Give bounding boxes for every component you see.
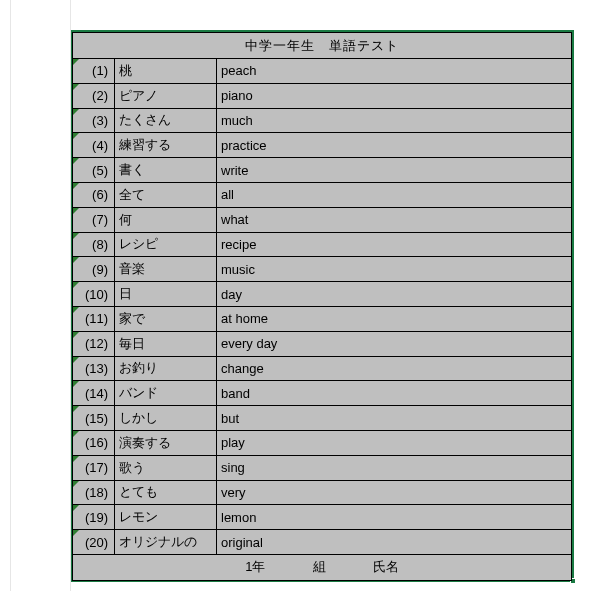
english-word[interactable]: very <box>217 480 572 505</box>
spreadsheet-area[interactable]: 中学一年生 単語テスト (1)桃peach(2)ピアノpiano(3)たくさんm… <box>0 0 606 591</box>
row-number[interactable]: (2) <box>73 83 115 108</box>
left-gutter <box>0 0 71 591</box>
japanese-word[interactable]: 歌う <box>115 455 217 480</box>
footer-grade: 1年 <box>245 558 265 576</box>
table-row: (10)日day <box>73 282 572 307</box>
error-indicator-icon <box>73 158 79 164</box>
table-row: (19)レモンlemon <box>73 505 572 530</box>
english-word[interactable]: sing <box>217 455 572 480</box>
row-number[interactable]: (10) <box>73 282 115 307</box>
vocab-table[interactable]: 中学一年生 単語テスト (1)桃peach(2)ピアノpiano(3)たくさんm… <box>72 32 572 581</box>
row-number[interactable]: (3) <box>73 108 115 133</box>
english-word[interactable]: write <box>217 158 572 183</box>
japanese-word[interactable]: 全て <box>115 182 217 207</box>
error-indicator-icon <box>73 406 79 412</box>
table-row: (17)歌うsing <box>73 455 572 480</box>
error-indicator-icon <box>73 208 79 214</box>
japanese-word[interactable]: 何 <box>115 207 217 232</box>
error-indicator-icon <box>73 357 79 363</box>
footer-name-label: 氏名 <box>373 558 399 576</box>
table-row: (11)家でat home <box>73 306 572 331</box>
error-indicator-icon <box>73 332 79 338</box>
japanese-word[interactable]: オリジナルの <box>115 530 217 555</box>
english-word[interactable]: band <box>217 381 572 406</box>
footer-row: 1年 組 氏名 <box>73 554 572 580</box>
error-indicator-icon <box>73 183 79 189</box>
error-indicator-icon <box>73 456 79 462</box>
japanese-word[interactable]: 練習する <box>115 133 217 158</box>
row-number[interactable]: (11) <box>73 306 115 331</box>
japanese-word[interactable]: しかし <box>115 406 217 431</box>
row-number[interactable]: (4) <box>73 133 115 158</box>
english-word[interactable]: practice <box>217 133 572 158</box>
english-word[interactable]: but <box>217 406 572 431</box>
english-word[interactable]: piano <box>217 83 572 108</box>
english-word[interactable]: lemon <box>217 505 572 530</box>
japanese-word[interactable]: たくさん <box>115 108 217 133</box>
table-row: (14)バンドband <box>73 381 572 406</box>
row-number[interactable]: (7) <box>73 207 115 232</box>
english-word[interactable]: much <box>217 108 572 133</box>
error-indicator-icon <box>73 257 79 263</box>
row-number[interactable]: (8) <box>73 232 115 257</box>
row-number[interactable]: (15) <box>73 406 115 431</box>
japanese-word[interactable]: 家で <box>115 306 217 331</box>
english-word[interactable]: day <box>217 282 572 307</box>
english-word[interactable]: music <box>217 257 572 282</box>
row-number[interactable]: (12) <box>73 331 115 356</box>
table-row: (9)音楽music <box>73 257 572 282</box>
row-number[interactable]: (16) <box>73 430 115 455</box>
error-indicator-icon <box>73 282 79 288</box>
row-number[interactable]: (13) <box>73 356 115 381</box>
table-row: (18)とてもvery <box>73 480 572 505</box>
table-row: (20)オリジナルのoriginal <box>73 530 572 555</box>
table-row: (2)ピアノpiano <box>73 83 572 108</box>
japanese-word[interactable]: 音楽 <box>115 257 217 282</box>
row-number[interactable]: (18) <box>73 480 115 505</box>
table-row: (13)お釣りchange <box>73 356 572 381</box>
japanese-word[interactable]: 日 <box>115 282 217 307</box>
error-indicator-icon <box>73 431 79 437</box>
row-number[interactable]: (6) <box>73 182 115 207</box>
english-word[interactable]: what <box>217 207 572 232</box>
row-number[interactable]: (14) <box>73 381 115 406</box>
row-number[interactable]: (5) <box>73 158 115 183</box>
english-word[interactable]: play <box>217 430 572 455</box>
row-number[interactable]: (9) <box>73 257 115 282</box>
japanese-word[interactable]: レシピ <box>115 232 217 257</box>
error-indicator-icon <box>73 481 79 487</box>
error-indicator-icon <box>73 381 79 387</box>
japanese-word[interactable]: お釣り <box>115 356 217 381</box>
error-indicator-icon <box>73 530 79 536</box>
english-word[interactable]: recipe <box>217 232 572 257</box>
error-indicator-icon <box>73 233 79 239</box>
table-row: (6)全てall <box>73 182 572 207</box>
japanese-word[interactable]: ピアノ <box>115 83 217 108</box>
english-word[interactable]: change <box>217 356 572 381</box>
row-number[interactable]: (19) <box>73 505 115 530</box>
japanese-word[interactable]: 書く <box>115 158 217 183</box>
english-word[interactable]: peach <box>217 59 572 84</box>
japanese-word[interactable]: レモン <box>115 505 217 530</box>
english-word[interactable]: at home <box>217 306 572 331</box>
table-title[interactable]: 中学一年生 単語テスト <box>73 33 572 59</box>
row-number[interactable]: (20) <box>73 530 115 555</box>
footer-class-label: 組 <box>313 558 326 576</box>
japanese-word[interactable]: 毎日 <box>115 331 217 356</box>
japanese-word[interactable]: 演奏する <box>115 430 217 455</box>
table-row: (8)レシピrecipe <box>73 232 572 257</box>
english-word[interactable]: all <box>217 182 572 207</box>
error-indicator-icon <box>73 109 79 115</box>
japanese-word[interactable]: 桃 <box>115 59 217 84</box>
english-word[interactable]: every day <box>217 331 572 356</box>
english-word[interactable]: original <box>217 530 572 555</box>
error-indicator-icon <box>73 84 79 90</box>
japanese-word[interactable]: とても <box>115 480 217 505</box>
table-row: (4)練習するpractice <box>73 133 572 158</box>
error-indicator-icon <box>73 133 79 139</box>
japanese-word[interactable]: バンド <box>115 381 217 406</box>
row-number[interactable]: (17) <box>73 455 115 480</box>
table-row: (15)しかしbut <box>73 406 572 431</box>
row-number[interactable]: (1) <box>73 59 115 84</box>
footer-cell[interactable]: 1年 組 氏名 <box>73 554 572 580</box>
